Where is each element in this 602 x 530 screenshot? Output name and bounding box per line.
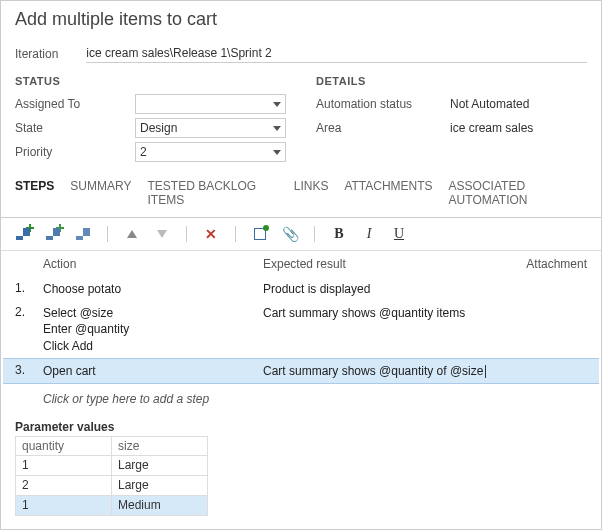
separator (235, 226, 236, 242)
step-action[interactable]: Select @size Enter @quantity Click Add (43, 305, 263, 354)
step-action[interactable]: Open cart (43, 363, 263, 379)
area-dropdown[interactable]: ice cream sales (446, 118, 587, 138)
step-expected[interactable]: Cart summary shows @quantity items (263, 305, 587, 354)
param-row[interactable]: 2Large (16, 475, 208, 495)
step-row[interactable]: 1.Choose potatoProduct is displayed (1, 277, 601, 301)
param-cell[interactable]: 1 (16, 455, 112, 475)
step-expected[interactable]: Product is displayed (263, 281, 587, 297)
move-down-button[interactable] (154, 226, 170, 242)
parameter-values-section: Parameter values quantitysize 1Large2Lar… (1, 420, 601, 516)
step-action[interactable]: Choose potato (43, 281, 263, 297)
state-label: State (15, 121, 135, 135)
tab-bar: STEPSSUMMARYTESTED BACKLOG ITEMSLINKSATT… (1, 165, 601, 218)
step-row[interactable]: 3.Open cartCart summary shows @quantity … (3, 358, 599, 384)
separator (314, 226, 315, 242)
details-header: DETAILS (316, 75, 587, 93)
param-cell[interactable]: 1 (16, 495, 112, 515)
parameter-values-title: Parameter values (15, 420, 587, 436)
iteration-input[interactable]: ice cream sales\Release 1\Sprint 2 (86, 44, 587, 63)
state-value: Design (140, 121, 177, 135)
tab-steps[interactable]: STEPS (15, 179, 54, 211)
add-step-hint[interactable]: Click or type here to add a step (1, 384, 601, 420)
insert-parameter-button[interactable] (252, 226, 268, 242)
automation-status-dropdown[interactable]: Not Automated (446, 94, 587, 114)
status-header: STATUS (15, 75, 286, 93)
priority-value: 2 (140, 145, 147, 159)
step-number: 1. (15, 281, 43, 297)
assigned-to-label: Assigned To (15, 97, 135, 111)
automation-status-value: Not Automated (450, 97, 529, 111)
tab-attachments[interactable]: ATTACHMENTS (344, 179, 432, 211)
chevron-down-icon (273, 102, 281, 107)
separator (107, 226, 108, 242)
area-value: ice cream sales (450, 121, 533, 135)
insert-step-button[interactable] (15, 226, 31, 242)
param-header: quantity (16, 436, 112, 455)
add-attachment-button[interactable]: 📎 (282, 226, 298, 242)
param-header: size (112, 436, 208, 455)
automation-status-label: Automation status (316, 97, 446, 111)
steps-body: 1.Choose potatoProduct is displayed2.Sel… (1, 277, 601, 384)
param-row[interactable]: 1Medium (16, 495, 208, 515)
step-expected[interactable]: Cart summary shows @quantity of @size (263, 363, 587, 379)
param-row[interactable]: 1Large (16, 455, 208, 475)
expected-column-header: Expected result (263, 257, 507, 271)
iteration-label: Iteration (15, 47, 58, 61)
parameter-table: quantitysize 1Large2Large1Medium (15, 436, 208, 516)
tab-tested-backlog-items[interactable]: TESTED BACKLOG ITEMS (147, 179, 277, 211)
iteration-row: Iteration ice cream sales\Release 1\Spri… (1, 40, 601, 75)
step-number: 2. (15, 305, 43, 354)
state-dropdown[interactable]: Design (135, 118, 286, 138)
delete-step-button[interactable]: ✕ (203, 226, 219, 242)
tab-associated-automation[interactable]: ASSOCIATED AUTOMATION (449, 179, 587, 211)
priority-dropdown[interactable]: 2 (135, 142, 286, 162)
bold-button[interactable]: B (331, 226, 347, 242)
param-cell[interactable]: Large (112, 455, 208, 475)
separator (186, 226, 187, 242)
action-column-header: Action (43, 257, 263, 271)
tab-links[interactable]: LINKS (294, 179, 329, 211)
param-cell[interactable]: 2 (16, 475, 112, 495)
priority-label: Priority (15, 145, 135, 159)
create-shared-step-button[interactable] (75, 226, 91, 242)
page-title: Add multiple items to cart (1, 1, 601, 40)
insert-shared-step-button[interactable] (45, 226, 61, 242)
param-cell[interactable]: Large (112, 475, 208, 495)
step-row[interactable]: 2.Select @size Enter @quantity Click Add… (1, 301, 601, 358)
italic-button[interactable]: I (361, 226, 377, 242)
chevron-down-icon (273, 126, 281, 131)
step-number: 3. (15, 363, 43, 379)
attachment-column-header: Attachment (507, 257, 587, 271)
tab-summary[interactable]: SUMMARY (70, 179, 131, 211)
param-cell[interactable]: Medium (112, 495, 208, 515)
steps-toolbar: ✕ 📎 B I U (1, 218, 601, 251)
area-label: Area (316, 121, 446, 135)
move-up-button[interactable] (124, 226, 140, 242)
steps-header-row: Action Expected result Attachment (1, 251, 601, 277)
chevron-down-icon (273, 150, 281, 155)
underline-button[interactable]: U (391, 226, 407, 242)
assigned-to-dropdown[interactable] (135, 94, 286, 114)
